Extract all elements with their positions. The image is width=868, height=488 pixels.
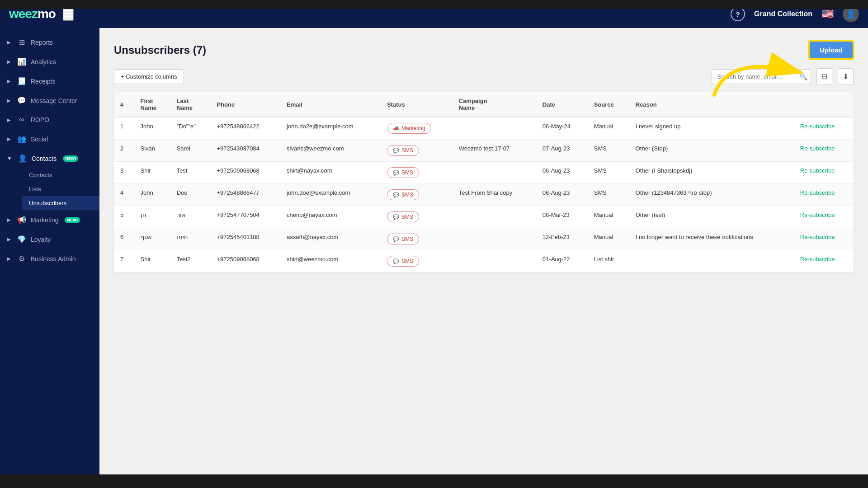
cell-status: 💬 SMS bbox=[381, 140, 453, 162]
cell-phone: +972509068068 bbox=[210, 162, 280, 184]
sidebar-item-analytics[interactable]: ▶ 📊 Analytics bbox=[0, 52, 99, 71]
cell-first-name: חן bbox=[134, 206, 170, 228]
sidebar-item-receipts[interactable]: ▶ 🧾 Receipts bbox=[0, 71, 99, 91]
status-badge: 📣 Marketing bbox=[387, 123, 431, 134]
cell-phone: +972547707504 bbox=[210, 206, 280, 228]
status-badge-icon: 💬 bbox=[393, 170, 399, 176]
analytics-arrow: ▶ bbox=[7, 59, 11, 64]
cell-email: john.doe@example.com bbox=[280, 184, 381, 206]
resubscribe-link[interactable]: Re-subscribe bbox=[800, 234, 835, 240]
resubscribe-link[interactable]: Re-subscribe bbox=[800, 211, 835, 218]
cell-phone: +972548866477 bbox=[210, 184, 280, 206]
table-row: 5 חן אור +972547707504 cheno@nayax.com 💬… bbox=[114, 206, 854, 228]
table-row: 4 John Doe +972548866477 john.doe@exampl… bbox=[114, 184, 854, 206]
cell-reason: Other (I Shaistopskdj) bbox=[629, 162, 794, 184]
sidebar-item-ropo[interactable]: ▶ ∞ ROPO bbox=[0, 110, 99, 129]
cell-campaign bbox=[453, 162, 536, 184]
cell-action: Re-subscribe bbox=[794, 228, 854, 250]
col-status: Status bbox=[381, 92, 453, 117]
reports-arrow: ▶ bbox=[7, 40, 11, 45]
col-campaign: CampaignName bbox=[453, 92, 536, 117]
customize-columns-button[interactable]: + Customize columns bbox=[114, 69, 184, 84]
cell-num: 5 bbox=[114, 206, 134, 228]
message-center-icon: 💬 bbox=[17, 96, 26, 105]
table-row: 2 Sivan Sarel +972543087084 sivans@weezm… bbox=[114, 140, 854, 162]
sidebar-item-marketing[interactable]: ▶ 📢 Marketing NEW! bbox=[0, 210, 99, 230]
cell-email: shirt@weezmo.com bbox=[280, 250, 381, 272]
status-badge: 💬 SMS bbox=[387, 145, 419, 156]
status-badge-icon: 💬 bbox=[393, 214, 399, 220]
unsubscribers-table-container: # FirstName LastName Phone Email Status … bbox=[114, 92, 854, 272]
status-badge-icon: 💬 bbox=[393, 192, 399, 198]
sidebar-item-business-admin[interactable]: ▶ ⚙ Business Admin bbox=[0, 249, 99, 268]
cell-source: SMS bbox=[588, 184, 629, 206]
sidebar-item-loyalty[interactable]: ▶ 💎 Loyalty bbox=[0, 230, 99, 249]
cell-status: 💬 SMS bbox=[381, 228, 453, 250]
status-badge: 💬 SMS bbox=[387, 211, 419, 222]
status-badge-icon: 💬 bbox=[393, 236, 399, 242]
cell-email: shirt@nayax.com bbox=[280, 162, 381, 184]
cell-action: Re-subscribe bbox=[794, 206, 854, 228]
search-input[interactable] bbox=[712, 69, 811, 84]
contacts-icon: 👤 bbox=[18, 154, 27, 163]
cell-action: Re-subscribe bbox=[794, 184, 854, 206]
sidebar-item-label: Receipts bbox=[31, 78, 55, 85]
cell-email: cheno@nayax.com bbox=[280, 206, 381, 228]
sidebar-sub-lists[interactable]: Lists bbox=[22, 182, 99, 196]
cell-email: john.do2e@example.com bbox=[280, 117, 381, 140]
cell-campaign bbox=[453, 117, 536, 140]
status-badge: 💬 SMS bbox=[387, 167, 419, 178]
resubscribe-link[interactable]: Re-subscribe bbox=[800, 189, 835, 196]
sidebar-sub-unsubscribers[interactable]: Unsubscribers bbox=[22, 196, 99, 210]
sidebar-item-contacts[interactable]: ▼ 👤 Contacts NEW! bbox=[0, 149, 99, 168]
social-arrow: ▶ bbox=[7, 136, 11, 141]
table-row: 6 אסף חיות +972545401108 assafh@nayax.co… bbox=[114, 228, 854, 250]
cell-source: SMS bbox=[588, 140, 629, 162]
cell-date: 06-Aug-23 bbox=[536, 184, 588, 206]
cell-action: Re-subscribe bbox=[794, 140, 854, 162]
cell-reason: Other (סוף 1234847363 stop) bbox=[629, 184, 794, 206]
sidebar-item-reports[interactable]: ▶ ⊞ Reports bbox=[0, 33, 99, 52]
cell-action: Re-subscribe bbox=[794, 250, 854, 272]
col-date: Date bbox=[536, 92, 588, 117]
marketing-icon: 📢 bbox=[17, 216, 26, 224]
ropo-arrow: ▶ bbox=[7, 117, 11, 122]
cell-reason: I no longer want to receive these notifi… bbox=[629, 228, 794, 250]
sidebar-sub-contacts[interactable]: Contacts bbox=[22, 168, 99, 182]
resubscribe-link[interactable]: Re-subscribe bbox=[800, 256, 835, 263]
black-bar-top bbox=[0, 0, 868, 9]
download-button[interactable]: ⬇ bbox=[838, 68, 854, 85]
cell-action: Re-subscribe bbox=[794, 162, 854, 184]
cell-action: Re-subscribe bbox=[794, 117, 854, 140]
resubscribe-link[interactable]: Re-subscribe bbox=[800, 123, 835, 130]
cell-last-name: חיות bbox=[170, 228, 211, 250]
cell-phone: +972545401108 bbox=[210, 228, 280, 250]
col-reason: Reason bbox=[629, 92, 794, 117]
sidebar-item-social[interactable]: ▶ 👥 Social bbox=[0, 129, 99, 149]
cell-reason: Other (test) bbox=[629, 206, 794, 228]
table-row: 7 Shir Test2 +972509068068 shirt@weezmo.… bbox=[114, 250, 854, 272]
cell-last-name: אור bbox=[170, 206, 211, 228]
page-title: Unsubscribers (7) bbox=[114, 44, 206, 56]
filter-button[interactable]: ⊟ bbox=[816, 68, 832, 85]
cell-reason: Other (Stop) bbox=[629, 140, 794, 162]
upload-button[interactable]: Upload bbox=[809, 41, 854, 59]
cell-first-name: John bbox=[134, 117, 170, 140]
hamburger-button[interactable]: ☰ bbox=[63, 7, 74, 21]
unsubscribers-table: # FirstName LastName Phone Email Status … bbox=[114, 92, 854, 272]
reports-icon: ⊞ bbox=[17, 38, 26, 47]
cell-num: 3 bbox=[114, 162, 134, 184]
resubscribe-link[interactable]: Re-subscribe bbox=[800, 145, 835, 152]
cell-first-name: Shir bbox=[134, 162, 170, 184]
cell-last-name: Test2 bbox=[170, 250, 211, 272]
search-button[interactable]: 🔍 bbox=[800, 73, 807, 80]
sidebar-item-message-center[interactable]: ▶ 💬 Message Center bbox=[0, 91, 99, 110]
main-content: Unsubscribers (7) Upload + Customize col… bbox=[99, 28, 868, 488]
cell-reason bbox=[629, 250, 794, 272]
sidebar-item-label: Contacts bbox=[32, 155, 57, 162]
cell-phone: +972509068068 bbox=[210, 250, 280, 272]
sidebar-item-label: Analytics bbox=[31, 58, 56, 66]
analytics-icon: 📊 bbox=[17, 57, 26, 66]
cell-first-name: Sivan bbox=[134, 140, 170, 162]
resubscribe-link[interactable]: Re-subscribe bbox=[800, 167, 835, 174]
